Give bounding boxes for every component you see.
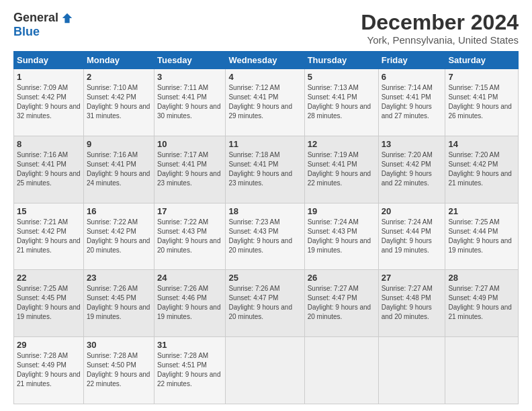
page-header: General Blue December 2024 York, Pennsyl… [13,11,519,46]
logo: General Blue [13,11,73,39]
table-row: 18Sunrise: 7:23 AMSunset: 4:43 PMDayligh… [226,203,304,270]
week-row-1: 1Sunrise: 7:09 AMSunset: 4:42 PMDaylight… [14,69,519,136]
table-row: 28Sunrise: 7:27 AMSunset: 4:49 PMDayligh… [445,270,519,337]
table-row: 14Sunrise: 7:20 AMSunset: 4:42 PMDayligh… [445,136,519,203]
day-number: 3 [157,72,222,82]
day-info: Sunrise: 7:15 AMSunset: 4:41 PMDaylight:… [448,83,515,121]
table-row [226,337,304,404]
day-info: Sunrise: 7:12 AMSunset: 4:41 PMDaylight:… [228,83,301,121]
calendar-table: Sunday Monday Tuesday Wednesday Thursday… [13,51,519,404]
table-row: 5Sunrise: 7:13 AMSunset: 4:41 PMDaylight… [304,69,378,136]
day-number: 23 [87,273,151,283]
day-number: 6 [382,72,443,82]
table-row: 6Sunrise: 7:14 AMSunset: 4:41 PMDaylight… [378,69,445,136]
header-monday: Monday [83,52,154,69]
table-row: 15Sunrise: 7:21 AMSunset: 4:42 PMDayligh… [14,203,84,270]
day-info: Sunrise: 7:20 AMSunset: 4:42 PMDaylight:… [448,150,515,188]
main-title: December 2024 [361,11,519,34]
table-row: 24Sunrise: 7:26 AMSunset: 4:46 PMDayligh… [154,270,225,337]
day-info: Sunrise: 7:16 AMSunset: 4:41 PMDaylight:… [87,150,151,188]
day-number: 11 [228,139,301,149]
day-number: 15 [17,206,81,216]
header-friday: Friday [378,52,445,69]
day-info: Sunrise: 7:28 AMSunset: 4:51 PMDaylight:… [157,351,222,389]
sub-title: York, Pennsylvania, United States [361,34,519,46]
table-row: 31Sunrise: 7:28 AMSunset: 4:51 PMDayligh… [154,337,225,404]
day-info: Sunrise: 7:27 AMSunset: 4:48 PMDaylight:… [382,284,443,322]
day-info: Sunrise: 7:26 AMSunset: 4:46 PMDaylight:… [157,284,222,322]
day-info: Sunrise: 7:22 AMSunset: 4:42 PMDaylight:… [87,218,151,255]
day-number: 31 [157,340,222,350]
table-row: 7Sunrise: 7:15 AMSunset: 4:41 PMDaylight… [445,69,519,136]
day-info: Sunrise: 7:28 AMSunset: 4:49 PMDaylight:… [17,351,81,389]
table-row: 4Sunrise: 7:12 AMSunset: 4:41 PMDaylight… [226,69,304,136]
table-row: 16Sunrise: 7:22 AMSunset: 4:42 PMDayligh… [83,203,154,270]
day-number: 10 [157,139,222,149]
day-info: Sunrise: 7:20 AMSunset: 4:42 PMDaylight:… [382,150,443,188]
day-info: Sunrise: 7:09 AMSunset: 4:42 PMDaylight:… [17,83,81,121]
day-number: 28 [448,273,515,283]
week-row-4: 22Sunrise: 7:25 AMSunset: 4:45 PMDayligh… [14,270,519,337]
day-number: 13 [382,139,443,149]
header-sunday: Sunday [14,52,84,69]
day-number: 19 [308,206,375,216]
table-row: 1Sunrise: 7:09 AMSunset: 4:42 PMDaylight… [14,69,84,136]
day-number: 2 [87,72,151,82]
day-number: 21 [448,206,515,216]
table-row: 27Sunrise: 7:27 AMSunset: 4:48 PMDayligh… [378,270,445,337]
day-info: Sunrise: 7:26 AMSunset: 4:45 PMDaylight:… [87,284,151,322]
day-info: Sunrise: 7:13 AMSunset: 4:41 PMDaylight:… [308,83,375,121]
table-row [445,337,519,404]
header-tuesday: Tuesday [154,52,225,69]
table-row: 29Sunrise: 7:28 AMSunset: 4:49 PMDayligh… [14,337,84,404]
logo-icon [61,12,73,24]
table-row: 25Sunrise: 7:26 AMSunset: 4:47 PMDayligh… [226,270,304,337]
svg-marker-0 [62,13,72,22]
table-row: 17Sunrise: 7:22 AMSunset: 4:43 PMDayligh… [154,203,225,270]
day-info: Sunrise: 7:16 AMSunset: 4:41 PMDaylight:… [17,150,81,188]
table-row: 9Sunrise: 7:16 AMSunset: 4:41 PMDaylight… [83,136,154,203]
table-row: 20Sunrise: 7:24 AMSunset: 4:44 PMDayligh… [378,203,445,270]
day-number: 25 [228,273,301,283]
table-row: 30Sunrise: 7:28 AMSunset: 4:50 PMDayligh… [83,337,154,404]
day-number: 18 [228,206,301,216]
day-info: Sunrise: 7:21 AMSunset: 4:42 PMDaylight:… [17,218,81,255]
header-row: Sunday Monday Tuesday Wednesday Thursday… [14,52,519,69]
day-number: 22 [17,273,81,283]
header-thursday: Thursday [304,52,378,69]
day-info: Sunrise: 7:23 AMSunset: 4:43 PMDaylight:… [228,218,301,255]
day-info: Sunrise: 7:25 AMSunset: 4:44 PMDaylight:… [448,218,515,255]
day-info: Sunrise: 7:25 AMSunset: 4:45 PMDaylight:… [17,284,81,322]
table-row: 8Sunrise: 7:16 AMSunset: 4:41 PMDaylight… [14,136,84,203]
header-saturday: Saturday [445,52,519,69]
calendar-page: General Blue December 2024 York, Pennsyl… [0,0,532,411]
day-info: Sunrise: 7:19 AMSunset: 4:41 PMDaylight:… [308,150,375,188]
day-info: Sunrise: 7:18 AMSunset: 4:41 PMDaylight:… [228,150,301,188]
table-row: 23Sunrise: 7:26 AMSunset: 4:45 PMDayligh… [83,270,154,337]
week-row-5: 29Sunrise: 7:28 AMSunset: 4:49 PMDayligh… [14,337,519,404]
day-number: 17 [157,206,222,216]
day-info: Sunrise: 7:26 AMSunset: 4:47 PMDaylight:… [228,284,301,322]
table-row: 2Sunrise: 7:10 AMSunset: 4:42 PMDaylight… [83,69,154,136]
title-area: December 2024 York, Pennsylvania, United… [361,11,519,46]
day-info: Sunrise: 7:27 AMSunset: 4:47 PMDaylight:… [308,284,375,322]
table-row: 10Sunrise: 7:17 AMSunset: 4:41 PMDayligh… [154,136,225,203]
day-number: 20 [382,206,443,216]
day-number: 24 [157,273,222,283]
table-row: 12Sunrise: 7:19 AMSunset: 4:41 PMDayligh… [304,136,378,203]
day-info: Sunrise: 7:24 AMSunset: 4:44 PMDaylight:… [382,218,443,255]
day-info: Sunrise: 7:27 AMSunset: 4:49 PMDaylight:… [448,284,515,322]
day-info: Sunrise: 7:22 AMSunset: 4:43 PMDaylight:… [157,218,222,255]
day-number: 12 [308,139,375,149]
day-number: 26 [308,273,375,283]
day-number: 27 [382,273,443,283]
table-row: 13Sunrise: 7:20 AMSunset: 4:42 PMDayligh… [378,136,445,203]
day-info: Sunrise: 7:11 AMSunset: 4:41 PMDaylight:… [157,83,222,121]
table-row: 22Sunrise: 7:25 AMSunset: 4:45 PMDayligh… [14,270,84,337]
logo-blue: Blue [13,25,40,39]
table-row [304,337,378,404]
day-number: 1 [17,72,81,82]
table-row: 11Sunrise: 7:18 AMSunset: 4:41 PMDayligh… [226,136,304,203]
day-info: Sunrise: 7:24 AMSunset: 4:43 PMDaylight:… [308,218,375,255]
day-number: 4 [228,72,301,82]
